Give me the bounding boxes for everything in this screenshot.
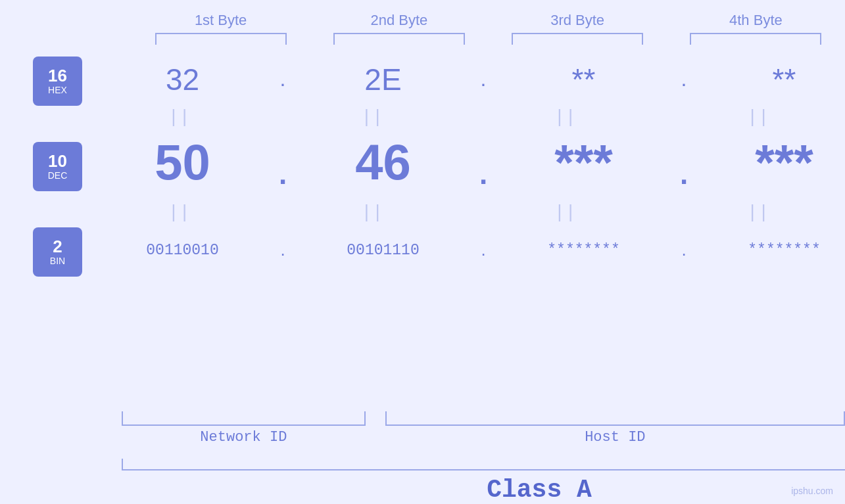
hex-dot-3: . — [674, 67, 694, 91]
hex-dot-1: . — [273, 67, 293, 91]
bin-badge-num: 2 — [53, 237, 62, 256]
dec-badge: 10 DEC — [33, 142, 82, 188]
id-label-row: Network ID Host ID — [122, 429, 845, 446]
equals-row-2: || || || || — [92, 199, 845, 225]
hex-row: 16 HEX 32 . 2E . ** . ** — [33, 55, 845, 104]
eq-1-4: || — [671, 107, 845, 127]
bin-badge: 2 BIN — [33, 227, 82, 273]
dec-dot-1: . — [273, 158, 293, 191]
dec-val-2: 46 — [293, 133, 473, 191]
byte-4-label: 4th Byte — [667, 12, 845, 29]
eq-2-2: || — [285, 202, 459, 223]
hex-badge-label: HEX — [48, 85, 67, 95]
byte-col-3: 3rd Byte — [489, 12, 667, 45]
dec-badge-label: DEC — [48, 170, 68, 181]
equals-row-1: || || || || — [92, 104, 845, 130]
dec-values: 50 . 46 . *** . *** — [92, 133, 845, 196]
bin-row: 2 BIN 00110010 . 00101110 . ******** . *… — [33, 225, 845, 275]
dec-val-4: *** — [694, 133, 845, 191]
dec-dot-2: . — [473, 158, 493, 191]
hex-val-1: 32 — [92, 62, 273, 97]
bottom-labels: Network ID Host ID — [122, 411, 845, 446]
bin-dot-1: . — [273, 240, 293, 260]
bin-badge-label: BIN — [50, 256, 65, 266]
hex-badge-num: 16 — [48, 66, 67, 85]
eq-2-1: || — [92, 202, 266, 223]
hex-badge-box: 16 HEX — [33, 57, 82, 106]
bracket-top-2 — [333, 33, 465, 45]
host-bracket — [385, 411, 845, 426]
hex-badge: 16 HEX — [33, 57, 82, 103]
byte-2-label: 2nd Byte — [310, 12, 488, 29]
dec-badge-box: 10 DEC — [33, 142, 82, 191]
bin-values: 00110010 . 00101110 . ******** . *******… — [92, 240, 845, 260]
byte-3-label: 3rd Byte — [489, 12, 667, 29]
byte-col-1: 1st Byte — [132, 12, 310, 45]
bracket-top-4 — [690, 33, 821, 45]
bin-badge-box: 2 BIN — [33, 227, 82, 277]
dec-val-1: 50 — [92, 133, 273, 191]
bracket-top-3 — [512, 33, 643, 45]
bin-dot-2: . — [473, 240, 493, 260]
byte-headers: 1st Byte 2nd Byte 3rd Byte 4th Byte — [132, 12, 845, 45]
bin-val-4: ******** — [694, 242, 845, 259]
hex-val-3: ** — [493, 62, 674, 97]
dec-val-3: *** — [493, 133, 674, 191]
dec-dot-3: . — [674, 158, 694, 191]
eq-1-1: || — [92, 107, 266, 127]
bracket-top-1 — [155, 33, 287, 45]
dec-row: 10 DEC 50 . 46 . *** . *** — [33, 130, 845, 199]
dec-badge-num: 10 — [48, 152, 67, 171]
hex-dot-2: . — [473, 67, 493, 91]
byte-col-4: 4th Byte — [667, 12, 845, 45]
bin-val-2: 00101110 — [293, 242, 473, 259]
class-bracket — [122, 459, 845, 470]
byte-1-label: 1st Byte — [132, 12, 310, 29]
hex-val-2: 2E — [293, 62, 473, 97]
hex-val-4: ** — [694, 62, 845, 97]
page: 1st Byte 2nd Byte 3rd Byte 4th Byte 16 H… — [0, 0, 845, 504]
bracket-bottom-row — [122, 411, 845, 426]
bin-dot-3: . — [674, 240, 694, 260]
eq-2-3: || — [478, 202, 652, 223]
host-id-label: Host ID — [385, 429, 845, 446]
bin-val-3: ******** — [493, 242, 674, 259]
class-label: Class A — [122, 476, 845, 504]
class-section: Class A — [122, 459, 845, 504]
eq-2-4: || — [671, 202, 845, 223]
byte-col-2: 2nd Byte — [310, 12, 488, 45]
data-rows: 16 HEX 32 . 2E . ** . ** || || || || — [33, 55, 845, 411]
network-bracket — [122, 411, 366, 426]
eq-1-3: || — [478, 107, 652, 127]
hex-values: 32 . 2E . ** . ** — [92, 62, 845, 97]
bin-val-1: 00110010 — [92, 242, 273, 259]
eq-1-2: || — [285, 107, 459, 127]
network-id-label: Network ID — [122, 429, 366, 446]
watermark: ipshu.com — [791, 486, 833, 496]
